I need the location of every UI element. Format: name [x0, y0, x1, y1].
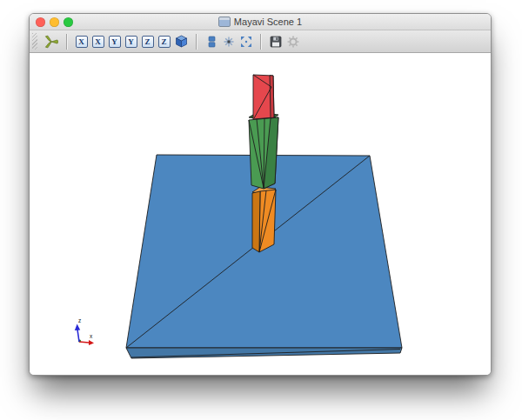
- scene-window-icon: [218, 17, 231, 27]
- rotate-view-icon: [223, 36, 235, 48]
- x-axis-view-icon: X: [95, 37, 101, 46]
- x-axis-arrow: [79, 340, 94, 345]
- z-axis-arrow: [75, 324, 80, 343]
- parallel-projection-button[interactable]: [205, 36, 218, 48]
- view-x-minus-button[interactable]: X: [92, 36, 104, 48]
- title-bar: Mayavi Scene 1: [30, 14, 491, 30]
- close-button[interactable]: [36, 17, 45, 27]
- save-scene-icon: [270, 36, 282, 48]
- z-axis-view-icon: Z: [144, 37, 150, 46]
- view-z-minus-button[interactable]: Z: [158, 36, 171, 48]
- view-y-minus-button[interactable]: Y: [125, 36, 137, 48]
- view-x-plus-button[interactable]: X: [76, 36, 88, 48]
- isometric-view-button[interactable]: [175, 35, 188, 48]
- configure-scene-icon: [287, 36, 299, 48]
- z-axis-view-icon: Z: [161, 37, 166, 46]
- box-bottom-orange: [252, 187, 276, 252]
- box-middle-green: [249, 112, 278, 189]
- toolbar-separator: [260, 34, 262, 50]
- toolbar-separator: [196, 34, 197, 50]
- desktop-background: Mayavi Scene 1 X X Y Y Z Z: [0, 0, 522, 420]
- mayavi-scene-window: Mayavi Scene 1 X X Y Y Z Z: [29, 13, 492, 376]
- x-axis-view-icon: X: [78, 37, 84, 46]
- view-y-plus-button[interactable]: Y: [109, 36, 121, 48]
- x-axis-label: x: [90, 333, 93, 339]
- box-top-red: [253, 75, 274, 119]
- fullscreen-button[interactable]: [240, 36, 252, 48]
- mayavi-logo-icon[interactable]: [44, 35, 58, 49]
- y-axis-view-icon: Y: [128, 37, 134, 46]
- view-z-plus-button[interactable]: Z: [142, 36, 154, 48]
- window-title: Mayavi Scene 1: [234, 17, 302, 27]
- toolbar-drag-handle[interactable]: [32, 33, 37, 50]
- fullscreen-icon: [240, 36, 252, 48]
- zoom-button[interactable]: [64, 17, 73, 27]
- rotate-view-button[interactable]: [223, 36, 235, 48]
- scene-toolbar: X X Y Y Z Z: [30, 30, 491, 53]
- save-scene-button[interactable]: [270, 36, 282, 48]
- z-axis-label: z: [78, 317, 81, 323]
- orientation-axes-widget: x z: [75, 317, 94, 345]
- title-group: Mayavi Scene 1: [218, 17, 302, 27]
- scene-3d-viewport[interactable]: x z: [30, 53, 489, 376]
- toolbar-separator: [66, 34, 68, 50]
- configure-scene-button[interactable]: [287, 36, 299, 48]
- window-controls: [36, 14, 73, 30]
- isometric-view-icon: [175, 35, 188, 48]
- y-axis-view-icon: Y: [111, 37, 117, 46]
- minimize-button[interactable]: [50, 17, 59, 27]
- parallel-projection-icon: [205, 36, 218, 48]
- scene-viewport: x z: [30, 53, 491, 376]
